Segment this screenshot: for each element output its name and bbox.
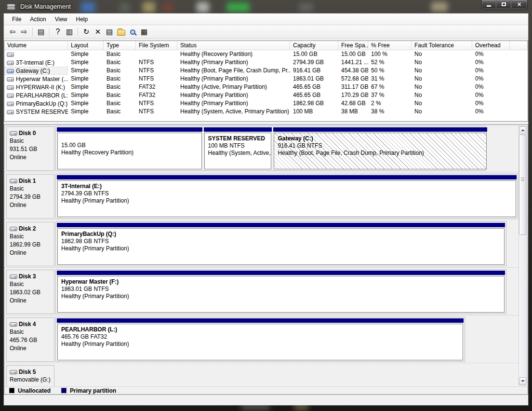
type-cell: Basic xyxy=(104,91,136,99)
partition-size: 916.41 GB NTFS xyxy=(278,142,482,150)
volume-cell: Gateway (C:) xyxy=(4,67,68,75)
volume-name: Gateway (C:) xyxy=(16,68,50,74)
volume-cell: HYPERWAR-II (K:) xyxy=(4,83,68,91)
scrollbar-thumb[interactable] xyxy=(519,135,526,235)
free-cell: 572.68 GB xyxy=(338,75,368,83)
forward-button[interactable]: ⇨ xyxy=(18,27,30,37)
disk-sub-label: Online xyxy=(10,249,52,257)
fault-cell: No xyxy=(412,99,472,108)
volume-row[interactable]: Gateway (C:)SimpleBasicNTFSHealthy (Boot… xyxy=(4,67,528,75)
disk-label[interactable]: Disk 1Basic2794.39 GBOnline xyxy=(6,174,54,219)
scroll-up-icon xyxy=(521,129,525,131)
overhead-cell: 0% xyxy=(472,108,510,116)
partition-size: 15.00 GB xyxy=(61,142,198,149)
partition-title: 3T-Internal (E:) xyxy=(61,183,512,190)
legend-swatch-icon xyxy=(9,388,14,393)
pct-cell: 100 % xyxy=(368,50,412,58)
partition[interactable]: 15.00 GBHealthy (Recovery Partition) xyxy=(57,127,202,169)
overhead-cell: 0% xyxy=(472,99,510,108)
volume-row[interactable]: Hyperwar Master (...SimpleBasicNTFSHealt… xyxy=(4,75,528,83)
column-header-layout[interactable]: Layout xyxy=(68,41,104,50)
partition-title: PrimaryBackUp (Q:) xyxy=(61,231,501,238)
column-header-fault-tolerance[interactable]: Fault Tolerance xyxy=(412,41,472,50)
volume-row[interactable]: PrimaryBackUp (Q:)SimpleBasicNTFSHealthy… xyxy=(4,99,528,108)
column-header-status[interactable]: Status xyxy=(177,41,290,50)
partition[interactable]: PrimaryBackUp (Q:)1862.98 GB NTFSHealthy… xyxy=(57,223,505,265)
legend-item: Unallocated xyxy=(9,387,51,394)
status-cell: Healthy (Active, Primary Partition) xyxy=(177,83,290,91)
volume-row[interactable]: HYPERWAR-II (K:)SimpleBasicFAT32Healthy … xyxy=(4,83,528,91)
disk-sub-label: Basic xyxy=(10,281,52,288)
vertical-scrollbar[interactable] xyxy=(519,126,527,385)
menu-item-action[interactable]: Action xyxy=(26,14,50,25)
scrollbar-grip-icon xyxy=(521,178,524,181)
partition-selected[interactable]: Gateway (C:)916.41 GB NTFSHealthy (Boot,… xyxy=(273,127,487,169)
disk-label[interactable]: Disk 4Basic465.76 GBOnline xyxy=(6,317,54,362)
show-console-tree-icon: ▤ xyxy=(38,28,44,36)
help-button[interactable]: ? xyxy=(52,27,64,37)
fs-cell: FAT32 xyxy=(136,83,177,91)
disk-label[interactable]: Disk 5Removable (G:) xyxy=(6,365,54,386)
layout-cell: Simple xyxy=(68,67,104,75)
show-action-pane-button[interactable]: ▥ xyxy=(64,27,75,37)
scroll-down-button[interactable] xyxy=(519,377,526,385)
view-button[interactable] xyxy=(127,27,138,37)
show-console-tree-button[interactable]: ▤ xyxy=(35,27,47,37)
column-header-overhead[interactable]: Overhead xyxy=(472,41,510,50)
partition[interactable]: PEARLHARBOR (L:)465.76 GB FAT32Healthy (… xyxy=(57,318,464,360)
disk-sub-label: Online xyxy=(10,345,52,352)
partition-body: PEARLHARBOR (L:)465.76 GB FAT32Healthy (… xyxy=(57,324,463,360)
delete-button[interactable]: ✕ xyxy=(92,27,104,37)
partition-body: Gateway (C:)916.41 GB NTFSHealthy (Boot,… xyxy=(274,133,486,169)
capacity-cell: 465.65 GB xyxy=(290,91,338,99)
column-header-free[interactable]: % Free xyxy=(368,41,412,50)
status-cell: Healthy (Boot, Page File, Crash Dump, Pr… xyxy=(177,67,290,75)
fault-cell: No xyxy=(412,83,472,91)
menu-item-file[interactable]: File xyxy=(8,14,26,25)
partition-status: Healthy (Primary Partition) xyxy=(61,341,459,348)
disk-label[interactable]: Disk 0Basic931.51 GBOnline xyxy=(6,126,54,171)
volume-row[interactable]: SimpleBasicHealthy (Recovery Partition)1… xyxy=(4,50,528,58)
scroll-up-button[interactable] xyxy=(519,126,526,134)
menu-item-view[interactable]: View xyxy=(51,14,72,25)
filler-cell xyxy=(510,67,528,75)
filler-cell xyxy=(510,99,528,108)
volume-table-body: SimpleBasicHealthy (Recovery Partition)1… xyxy=(4,50,528,116)
disk-graphic-area: Hyperwar Master (F:)1863.01 GB NTFSHealt… xyxy=(55,268,518,314)
type-cell: Basic xyxy=(104,108,136,116)
view-icon xyxy=(130,29,135,35)
fault-cell: No xyxy=(412,67,472,75)
disk-label[interactable]: Disk 3Basic1863.02 GBOnline xyxy=(6,270,54,314)
wizard-button[interactable]: ▦ xyxy=(138,27,150,37)
back-button[interactable]: ⇦ xyxy=(7,27,18,37)
filler-cell xyxy=(510,75,528,83)
column-header-volume[interactable]: Volume xyxy=(4,41,68,50)
menu-item-help[interactable]: Help xyxy=(72,14,93,25)
minimize-button[interactable] xyxy=(481,0,496,9)
refresh-button[interactable]: ↻ xyxy=(80,27,92,37)
legend-label: Unallocated xyxy=(18,387,51,394)
volume-row[interactable]: PEARLHARBOR (L:)SimpleBasicFAT32Healthy … xyxy=(4,91,528,99)
partition[interactable]: Hyperwar Master (F:)1863.01 GB NTFSHealt… xyxy=(57,271,505,313)
volume-row[interactable]: 3T-Internal (E:)SimpleBasicNTFSHealthy (… xyxy=(4,58,528,67)
close-button[interactable]: × xyxy=(511,0,528,9)
disk-name-text: Disk 4 xyxy=(19,321,36,328)
capacity-cell: 1862.98 GB xyxy=(290,99,338,108)
partition[interactable]: 3T-Internal (E:)2794.39 GB NTFSHealthy (… xyxy=(57,175,517,217)
partition-status: Healthy (Boot, Page File, Crash Dump, Pr… xyxy=(278,150,482,157)
open-folder-button[interactable] xyxy=(115,27,127,37)
close-icon: × xyxy=(517,1,521,8)
type-cell: Basic xyxy=(104,50,136,58)
disk-label[interactable]: Disk 2Basic1862.99 GBOnline xyxy=(6,222,54,266)
column-header-type[interactable]: Type xyxy=(104,41,136,50)
column-header-capacity[interactable]: Capacity xyxy=(290,41,338,50)
column-header-free-spa[interactable]: Free Spa... xyxy=(338,41,368,50)
disk-sub-label: Basic xyxy=(10,137,52,145)
column-header-file-system[interactable]: File System xyxy=(136,41,177,50)
partition[interactable]: SYSTEM RESERVED100 MB NTFSHealthy (Syste… xyxy=(204,127,272,169)
title-bar[interactable]: Disk Management × xyxy=(0,0,532,14)
maximize-button[interactable] xyxy=(496,0,511,9)
volume-row[interactable]: SYSTEM RESERVEDSimpleBasicNTFSHealthy (S… xyxy=(4,108,528,116)
legend-bar: UnallocatedPrimary partition xyxy=(4,386,528,394)
properties-button[interactable]: ▤ xyxy=(104,27,115,37)
